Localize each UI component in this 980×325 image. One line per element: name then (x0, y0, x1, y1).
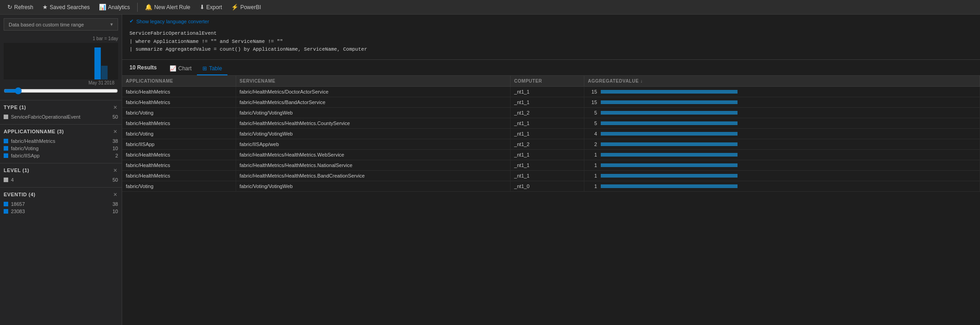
cell-applicationname: fabric/HealthMetrics (122, 170, 236, 181)
cell-applicationname: fabric/HealthMetrics (122, 86, 236, 97)
table-row[interactable]: fabric/Votingfabric/Voting/VotingWeb_nt1… (122, 128, 980, 139)
table-header-row: APPLICATIONNAME SERVICENAME COMPUTER AGG… (122, 76, 980, 87)
table-row[interactable]: fabric/HealthMetricsfabric/HealthMetrics… (122, 118, 980, 128)
aggregated-value: 1 (588, 173, 597, 178)
filter-item-label: fabric/IISApp (11, 153, 40, 158)
new-alert-button[interactable]: 🔔 New Alert Rule (141, 1, 194, 14)
legacy-toggle[interactable]: ✔ Show legacy language converter (129, 18, 973, 24)
filter-item-label: 4 (11, 177, 14, 183)
col-computer[interactable]: COMPUTER (511, 76, 584, 87)
table-row[interactable]: fabric/IISAppfabric/IISApp/web_nt1_22 (122, 139, 980, 149)
cell-servicename: fabric/HealthMetrics/HealthMetrics.WebSe… (236, 149, 511, 160)
filter-row[interactable]: ServiceFabricOperationalEvent50 (4, 113, 118, 121)
cell-aggregatedvalue: 1 (584, 160, 980, 170)
cell-servicename: fabric/HealthMetrics/DoctorActorService (236, 86, 511, 97)
time-range-selector[interactable]: Data based on custom time range ▾ (4, 18, 118, 31)
cell-applicationname: fabric/HealthMetrics (122, 160, 236, 170)
filter-header-eventid: EVENTID (4)× (4, 191, 118, 198)
filter-title-type: TYPE (1) (4, 105, 26, 110)
filter-row[interactable]: fabric/Voting10 (4, 145, 118, 152)
value-bar (601, 121, 738, 125)
filter-item-count: 10 (113, 146, 118, 151)
cell-computer: _nt1_1 (511, 118, 584, 128)
export-button[interactable]: ⬇ Export (196, 1, 226, 14)
cell-aggregatedvalue: 2 (584, 139, 980, 149)
chart-tab-icon: 📈 (170, 65, 176, 72)
table-row[interactable]: fabric/Votingfabric/Voting/VotingWeb_nt1… (122, 181, 980, 191)
time-range-slider[interactable] (4, 87, 118, 94)
filter-item-count: 2 (115, 153, 118, 158)
filter-item-label: 23083 (11, 209, 25, 214)
filter-color-swatch (4, 139, 8, 143)
query-box[interactable]: ServiceFabricOperationalEvent | where Ap… (129, 28, 973, 56)
filter-row[interactable]: fabric/IISApp2 (4, 152, 118, 159)
filter-row[interactable]: 450 (4, 176, 118, 183)
aggregated-value: 1 (588, 162, 597, 168)
aggregated-value: 1 (588, 152, 597, 157)
col-aggregatedvalue[interactable]: AGGREGATEDVALUE ↓ (584, 76, 980, 87)
sidebar: Data based on custom time range ▾ 1 bar … (0, 15, 122, 325)
results-table: APPLICATIONNAME SERVICENAME COMPUTER AGG… (122, 76, 980, 192)
filter-header-applicationname: APPLICATIONNAME (3)× (4, 128, 118, 135)
table-row[interactable]: fabric/HealthMetricsfabric/HealthMetrics… (122, 149, 980, 160)
tab-chart[interactable]: 📈 Chart (164, 63, 197, 75)
cell-servicename: fabric/Voting/VotingWeb (236, 181, 511, 191)
svg-rect-1 (101, 66, 108, 79)
filter-close-level[interactable]: × (113, 167, 118, 173)
value-bar (601, 184, 738, 188)
refresh-button[interactable]: ↻ Refresh (4, 1, 37, 14)
table-row[interactable]: fabric/HealthMetricsfabric/HealthMetrics… (122, 160, 980, 170)
cell-servicename: fabric/HealthMetrics/HealthMetrics.Count… (236, 118, 511, 128)
chevron-down-icon: ▾ (110, 21, 113, 27)
time-range-label: Data based on custom time range (9, 22, 84, 27)
histogram-chart[interactable] (4, 43, 118, 79)
query-panel: ✔ Show legacy language converter Service… (122, 15, 980, 60)
filter-item-label: ServiceFabricOperationalEvent (11, 114, 80, 120)
col-applicationname[interactable]: APPLICATIONNAME (122, 76, 236, 87)
analytics-button[interactable]: 📊 Analytics (95, 1, 134, 14)
filter-close-applicationname[interactable]: × (113, 128, 118, 135)
cell-applicationname: fabric/Voting (122, 107, 236, 118)
filter-close-type[interactable]: × (113, 104, 118, 110)
cell-applicationname: fabric/HealthMetrics (122, 118, 236, 128)
filter-color-swatch (4, 202, 8, 206)
cell-applicationname: fabric/Voting (122, 181, 236, 191)
query-line3: | summarize AggregatedValue = count() by… (129, 46, 973, 54)
main-layout: Data based on custom time range ▾ 1 bar … (0, 15, 980, 325)
cell-computer: _nt1_0 (511, 181, 584, 191)
tab-table[interactable]: ⊞ Table (197, 63, 227, 75)
refresh-icon: ↻ (7, 4, 12, 10)
powerbi-button[interactable]: ⚡ PowerBI (227, 1, 264, 14)
filter-row[interactable]: 2308310 (4, 208, 118, 215)
aggregated-value: 2 (588, 142, 597, 147)
col-servicename[interactable]: SERVICENAME (236, 76, 511, 87)
table-row[interactable]: fabric/Votingfabric/Voting/VotingWeb_nt1… (122, 107, 980, 118)
filter-row[interactable]: fabric/HealthMetrics38 (4, 137, 118, 145)
table-row[interactable]: fabric/HealthMetricsfabric/HealthMetrics… (122, 97, 980, 107)
cell-computer: _nt1_1 (511, 149, 584, 160)
filter-close-eventid[interactable]: × (113, 191, 118, 198)
cell-aggregatedvalue: 15 (584, 97, 980, 107)
cell-computer: _nt1_2 (511, 139, 584, 149)
cell-servicename: fabric/Voting/VotingWeb (236, 107, 511, 118)
filter-item-count: 50 (113, 114, 118, 120)
value-bar (601, 90, 738, 94)
filter-color-swatch (4, 115, 8, 119)
aggregated-value: 15 (588, 100, 597, 105)
aggregated-value: 5 (588, 110, 597, 115)
cell-servicename: fabric/IISApp/web (236, 139, 511, 149)
query-line2: | where ApplicationName != "" and Servic… (129, 38, 973, 46)
filter-row[interactable]: 1865738 (4, 200, 118, 208)
value-bar (601, 142, 738, 146)
cell-applicationname: fabric/Voting (122, 128, 236, 139)
table-row[interactable]: fabric/HealthMetricsfabric/HealthMetrics… (122, 86, 980, 97)
query-line1: ServiceFabricOperationalEvent (129, 30, 973, 38)
saved-searches-button[interactable]: ★ Saved Searches (39, 1, 93, 14)
cell-applicationname: fabric/HealthMetrics (122, 97, 236, 107)
bell-icon: 🔔 (145, 4, 152, 10)
table-row[interactable]: fabric/HealthMetricsfabric/HealthMetrics… (122, 170, 980, 181)
cell-aggregatedvalue: 1 (584, 181, 980, 191)
value-bar (601, 100, 738, 104)
cell-applicationname: fabric/HealthMetrics (122, 149, 236, 160)
filter-color-swatch (4, 209, 8, 214)
